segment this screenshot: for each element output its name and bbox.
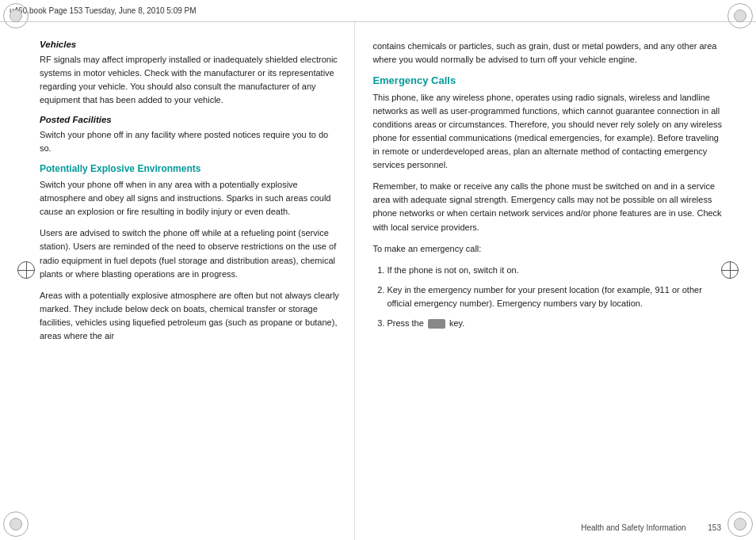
emergency-step-1: If the phone is not on, switch it on. [387, 264, 724, 277]
emergency-intro: This phone, like any wireless phone, ope… [372, 91, 724, 172]
emergency-para3: To make an emergency call: [372, 242, 724, 256]
section-posted-facilities: Posted Facilities Switch your phone off … [40, 115, 340, 155]
posted-facilities-heading: Posted Facilities [40, 115, 340, 124]
page-container: u460.book Page 153 Tuesday, June 8, 2010… [0, 0, 756, 540]
crosshair-mid-right [721, 261, 739, 279]
footer-page-num: 153 [708, 523, 721, 532]
explosive-para3: Areas with a potentially explosive atmos… [40, 289, 340, 343]
emergency-para2: Remember, to make or receive any calls t… [372, 180, 724, 234]
deco-circle-tr [727, 3, 753, 29]
explosive-para2: Users are advised to switch the phone of… [40, 226, 340, 280]
posted-facilities-body: Switch your phone off in any facility wh… [40, 128, 340, 155]
explosive-para1: Switch your phone off when in any area w… [40, 178, 340, 219]
step-3-post: key. [449, 318, 464, 328]
section-emergency-calls: Emergency Calls This phone, like any wir… [372, 74, 724, 330]
left-column: Vehicles RF signals may affect improperl… [0, 22, 355, 540]
step-3-pre: Press the [387, 318, 423, 328]
send-key-icon [428, 319, 445, 329]
explosive-heading: Potentially Explosive Environments [40, 163, 340, 174]
section-vehicles: Vehicles RF signals may affect improperl… [40, 40, 340, 107]
vehicles-heading: Vehicles [40, 40, 340, 49]
deco-circle-bl [3, 511, 29, 537]
crosshair-mid-left [17, 261, 35, 279]
footer-label: Health and Safety Information [581, 523, 685, 532]
emergency-steps-list: If the phone is not on, switch it on. Ke… [387, 264, 724, 330]
section-explosive: Potentially Explosive Environments Switc… [40, 163, 340, 343]
top-bar-text: u460.book Page 153 Tuesday, June 8, 2010… [10, 6, 197, 15]
content-wrapper: Vehicles RF signals may affect improperl… [0, 22, 756, 540]
explosive-continuation: contains chemicals or particles, such as… [372, 40, 724, 67]
vehicles-body: RF signals may affect improperly install… [40, 53, 340, 107]
deco-circle-br [727, 511, 753, 537]
emergency-step-3: Press the key. [387, 317, 724, 330]
emergency-step-2: Key in the emergency number for your pre… [387, 283, 724, 310]
step-1-text: If the phone is not on, switch it on. [387, 265, 518, 275]
emergency-calls-heading: Emergency Calls [372, 74, 724, 86]
step-2-text: Key in the emergency number for your pre… [387, 285, 701, 308]
deco-circle-tl [3, 3, 29, 29]
page-footer: Health and Safety Information 153 [581, 523, 721, 532]
top-bar: u460.book Page 153 Tuesday, June 8, 2010… [0, 0, 756, 22]
right-column: contains chemicals or particles, such as… [355, 22, 756, 540]
